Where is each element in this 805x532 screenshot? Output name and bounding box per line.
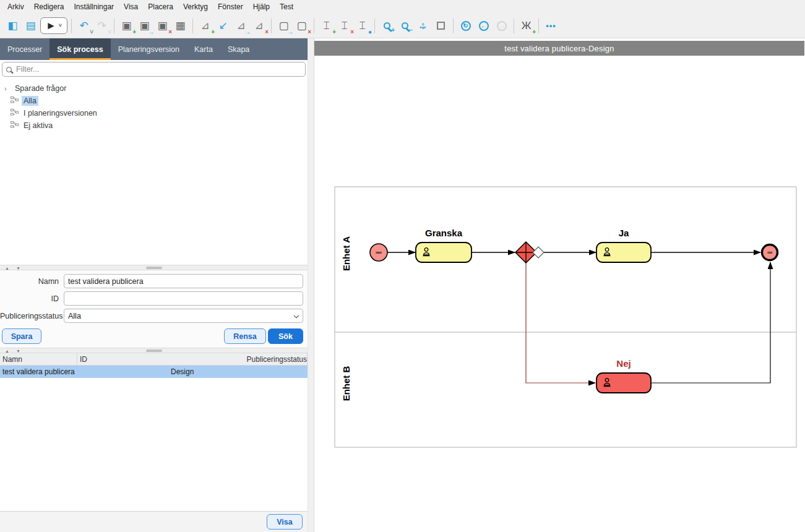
redo-icon[interactable]: ↷ ˅	[93, 17, 110, 34]
collapse-down-icon[interactable]: ▼	[16, 349, 20, 353]
sidebar-tab[interactable]: Karta	[187, 38, 220, 60]
toolbar-icon-glyph	[384, 22, 390, 29]
publiceringsstatus-select[interactable]: Alla ⌵	[64, 309, 303, 323]
spara-button[interactable]: Spara	[2, 328, 41, 344]
toolbar-icon-badge: +	[391, 27, 395, 33]
toolbar-icon-glyph: ↶	[79, 20, 88, 31]
pointer-tool-button[interactable]: ► ˅	[40, 17, 67, 34]
tree-item[interactable]: I planeringsversionen	[0, 107, 308, 119]
splitter-grip[interactable]	[146, 267, 162, 269]
toolbar-icon-badge: →	[148, 29, 154, 35]
forward-icon[interactable]: →	[493, 17, 510, 34]
fit-view-icon[interactable]	[433, 17, 449, 34]
table-column-header[interactable]: ID	[77, 353, 244, 365]
toolbar-icon-glyph: ↻	[461, 21, 471, 31]
toolbar-icon-badge: ˅	[59, 23, 62, 28]
left-panel: Processer Sök process Planeringsversion …	[0, 38, 308, 532]
zoom-in-icon[interactable]: +	[379, 17, 395, 34]
tree-item[interactable]: › Sparade frågor	[0, 82, 308, 95]
zoom-out-icon[interactable]: −	[397, 17, 413, 34]
start-event-label: start	[376, 251, 382, 254]
separator	[192, 19, 193, 33]
flow-nej-to-end[interactable]	[651, 262, 770, 383]
sidebar-tab[interactable]: Skapa	[220, 38, 257, 60]
toolbar-icon-glyph: ↔	[418, 20, 428, 31]
search-icon	[6, 67, 12, 72]
sidebar-tab[interactable]: Sök process	[50, 38, 110, 60]
table-column-header[interactable]: Publiceringsstatus	[244, 353, 308, 365]
end-event-label: slut	[767, 251, 773, 254]
refresh-icon[interactable]: ↻	[457, 17, 474, 34]
gateway-marker-diamond[interactable]	[533, 247, 544, 258]
assign-relation-icon[interactable]: ↙	[215, 17, 231, 34]
splitter-handle[interactable]: ▲ ▼	[0, 265, 308, 270]
menu-item[interactable]: Inställningar	[69, 1, 119, 12]
table-row[interactable]: test validera publicera Design	[0, 366, 308, 378]
add-object-icon[interactable]: ▣ +	[118, 17, 135, 34]
tree-item[interactable]: Alla	[0, 95, 308, 107]
move-object-icon[interactable]: ▣ →	[136, 17, 153, 34]
toolbar-icon-glyph: ▣	[157, 20, 167, 31]
namn-field[interactable]	[64, 274, 303, 288]
delete-object-icon[interactable]: ▣ ×	[154, 17, 171, 34]
splitter-grip[interactable]	[146, 350, 162, 352]
collapse-down-icon[interactable]: ▼	[16, 266, 20, 270]
flow-gateway-to-nej[interactable]	[526, 263, 595, 383]
filter-input[interactable]	[16, 65, 301, 74]
filter-wrap	[0, 60, 308, 79]
debug-add-icon[interactable]: Ж +	[518, 17, 535, 34]
delete-relation-icon[interactable]: ⊿ ×	[251, 17, 267, 34]
menu-item[interactable]: Fönster	[213, 1, 248, 12]
properties-icon[interactable]: ▦	[172, 17, 189, 34]
sidebar-tab[interactable]: Processer	[0, 38, 50, 60]
toolbar-icon-glyph: ↷	[97, 20, 106, 31]
add-relation-icon[interactable]: ⊿ +	[197, 17, 213, 34]
delete-model-icon[interactable]: ▢ ×	[293, 17, 310, 34]
menu-item[interactable]: Visa	[119, 1, 143, 12]
nej-task[interactable]	[596, 373, 651, 393]
toolbar-icon-glyph: ◧	[7, 20, 17, 31]
sidebar-tab[interactable]: Planeringsversion	[111, 38, 187, 60]
table-column-header[interactable]: Namn	[0, 353, 77, 365]
tree-item-label: Alla	[22, 96, 38, 106]
diagram-canvas[interactable]: Enhet A Enhet B start Granska	[314, 56, 804, 532]
id-field[interactable]	[64, 291, 303, 306]
splitter-handle[interactable]: ▲ ▼	[0, 348, 308, 353]
toolbar-icon-badge: →	[287, 29, 293, 35]
panel-toggle-icon[interactable]: ◧	[4, 17, 21, 34]
menu-item[interactable]: Test	[275, 1, 298, 12]
ja-task[interactable]	[596, 242, 651, 262]
collapse-up-icon[interactable]: ▲	[5, 266, 9, 270]
connect-suggest-icon[interactable]: ⌶ ●	[354, 17, 371, 34]
move-relation-icon[interactable]: ⊿ →	[233, 17, 249, 34]
diagram-title-bar: test validera publicera-Design	[314, 41, 804, 56]
sok-button[interactable]: Sök	[268, 328, 303, 344]
menu-item[interactable]: Arkiv	[2, 1, 29, 12]
structure-list-icon[interactable]: ▤	[22, 17, 39, 34]
granska-task[interactable]	[416, 242, 471, 262]
tree-item[interactable]: Ej aktiva	[0, 119, 308, 132]
undo-icon[interactable]: ↶ ˅	[75, 17, 92, 34]
pan-icon[interactable]: ↔	[415, 17, 431, 34]
menu-item[interactable]: Verktyg	[178, 1, 213, 12]
menu-item[interactable]: Placera	[143, 1, 178, 12]
toolbar-icon-glyph	[402, 22, 408, 29]
rensa-button[interactable]: Rensa	[224, 328, 266, 344]
menu-item[interactable]: Redigera	[29, 1, 69, 12]
connect-add-icon[interactable]: ⌶ +	[318, 17, 335, 34]
connect-remove-icon[interactable]: ⌶ ×	[336, 17, 353, 34]
vertical-scrollbar[interactable]	[308, 38, 314, 532]
menu-item[interactable]: Hjälp	[248, 1, 275, 12]
diagram-panel: test validera publicera-Design Enhet	[314, 38, 804, 532]
visa-button[interactable]: Visa	[267, 514, 303, 530]
export-model-icon[interactable]: ▢ →	[275, 17, 292, 34]
back-icon[interactable]: ←	[475, 17, 492, 34]
toolbar-icon-badge: ×	[308, 29, 311, 35]
collapse-up-icon[interactable]: ▲	[5, 349, 9, 353]
more-icon[interactable]: •••	[543, 17, 559, 34]
chevron-right-icon[interactable]: ›	[4, 85, 9, 92]
toolbar-icon-glyph: ▣	[121, 20, 131, 31]
toolbar-icon-glyph: ←	[479, 21, 489, 31]
menu-bar: Arkiv Redigera Inställningar Visa Placer…	[0, 0, 805, 14]
id-label: ID	[0, 294, 64, 303]
